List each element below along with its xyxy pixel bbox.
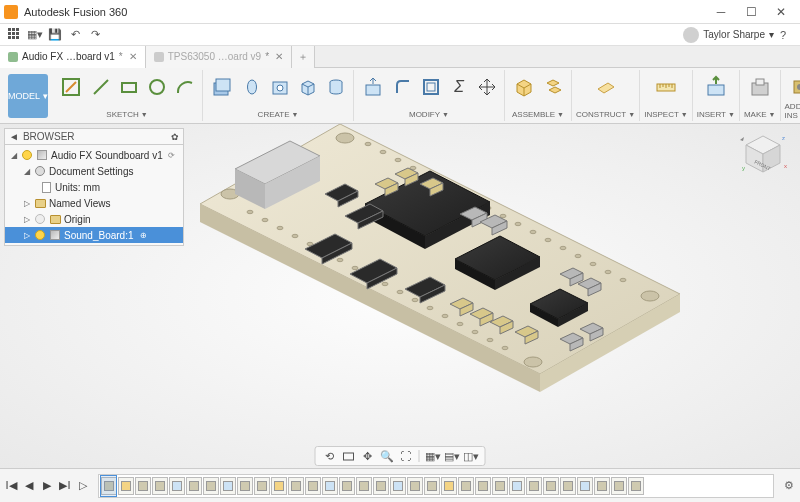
timeline-feature[interactable] xyxy=(305,477,321,495)
fit-button[interactable]: ⛶ xyxy=(398,448,414,464)
timeline-feature[interactable] xyxy=(339,477,355,495)
addins-button[interactable] xyxy=(785,72,800,102)
timeline-feature[interactable] xyxy=(628,477,644,495)
timeline-feature[interactable] xyxy=(152,477,168,495)
window-maximize-button[interactable]: ☐ xyxy=(736,1,766,23)
timeline-feature[interactable] xyxy=(441,477,457,495)
make-button[interactable] xyxy=(745,72,775,102)
timeline-feature[interactable] xyxy=(492,477,508,495)
file-menu-button[interactable]: ▦▾ xyxy=(26,27,44,43)
timeline-feature[interactable] xyxy=(611,477,627,495)
timeline-feature[interactable] xyxy=(475,477,491,495)
timeline-feature[interactable] xyxy=(424,477,440,495)
revolve-button[interactable] xyxy=(239,74,265,100)
close-tab-button[interactable]: ✕ xyxy=(275,51,283,62)
timeline-feature[interactable] xyxy=(509,477,525,495)
timeline-feature[interactable] xyxy=(118,477,134,495)
timeline-feature[interactable] xyxy=(594,477,610,495)
press-pull-button[interactable] xyxy=(358,72,388,102)
new-component-button[interactable] xyxy=(509,72,539,102)
display-settings-button[interactable]: ▦▾ xyxy=(425,448,441,464)
measure-button[interactable] xyxy=(651,72,681,102)
grid-settings-button[interactable]: ▤▾ xyxy=(444,448,460,464)
lightbulb-off-icon[interactable] xyxy=(35,214,45,224)
timeline-feature[interactable] xyxy=(169,477,185,495)
save-button[interactable]: 💾 xyxy=(46,27,64,43)
redo-button[interactable]: ↷ xyxy=(86,27,104,43)
timeline-feature[interactable] xyxy=(390,477,406,495)
tree-node-component-selected[interactable]: ▷ Sound_Board:1 ⊕ xyxy=(5,227,183,243)
help-button[interactable]: ? xyxy=(774,27,792,43)
box-button[interactable] xyxy=(295,74,321,100)
circle-tool-button[interactable] xyxy=(144,74,170,100)
tree-node-origin[interactable]: ▷ Origin xyxy=(5,211,183,227)
workspace-switcher[interactable]: MODEL▾ xyxy=(8,74,48,118)
hole-button[interactable] xyxy=(267,74,293,100)
disclosure-triangle[interactable]: ▷ xyxy=(22,215,31,224)
timeline-feature[interactable] xyxy=(577,477,593,495)
rectangle-tool-button[interactable] xyxy=(116,74,142,100)
timeline-end-button[interactable]: ▶I xyxy=(56,477,74,495)
tree-node-units[interactable]: Units: mm xyxy=(5,179,183,195)
timeline-feature[interactable] xyxy=(407,477,423,495)
timeline-back-button[interactable]: ◀ xyxy=(20,477,38,495)
timeline-track[interactable] xyxy=(98,474,774,498)
zoom-button[interactable]: 🔍 xyxy=(379,448,395,464)
lightbulb-icon[interactable] xyxy=(35,230,45,240)
arc-tool-button[interactable] xyxy=(172,74,198,100)
viewport-layouts-button[interactable]: ◫▾ xyxy=(463,448,479,464)
collapse-browser-button[interactable]: ◄ xyxy=(9,131,19,142)
move-button[interactable] xyxy=(474,74,500,100)
pan-button[interactable]: ✥ xyxy=(360,448,376,464)
tree-root[interactable]: ◢ Audio FX Soundboard v1 ⟳ xyxy=(5,147,183,163)
timeline-feature[interactable] xyxy=(322,477,338,495)
extrude-button[interactable] xyxy=(207,72,237,102)
timeline-feature[interactable] xyxy=(560,477,576,495)
insert-button[interactable] xyxy=(701,72,731,102)
user-menu[interactable]: Taylor Sharpe ▾ xyxy=(683,27,774,43)
timeline-settings-button[interactable]: ⚙ xyxy=(780,477,798,495)
lightbulb-icon[interactable] xyxy=(22,150,32,160)
construct-plane-button[interactable] xyxy=(591,72,621,102)
window-minimize-button[interactable]: ─ xyxy=(706,1,736,23)
timeline-play-button[interactable]: ▷ xyxy=(74,477,92,495)
timeline-feature[interactable] xyxy=(288,477,304,495)
view-cube[interactable]: FRONT z x y xyxy=(738,130,788,180)
timeline-start-button[interactable]: I◀ xyxy=(2,477,20,495)
undo-button[interactable]: ↶ xyxy=(66,27,84,43)
timeline-forward-button[interactable]: ▶ xyxy=(38,477,56,495)
shell-button[interactable] xyxy=(418,74,444,100)
timeline-feature[interactable] xyxy=(254,477,270,495)
tree-node-named-views[interactable]: ▷ Named Views xyxy=(5,195,183,211)
joint-button[interactable] xyxy=(541,74,567,100)
line-tool-button[interactable] xyxy=(88,74,114,100)
look-at-button[interactable] xyxy=(341,448,357,464)
orbit-button[interactable]: ⟲ xyxy=(322,448,338,464)
new-document-button[interactable]: ＋ xyxy=(292,46,315,68)
data-panel-button[interactable] xyxy=(6,27,24,43)
timeline-feature[interactable] xyxy=(526,477,542,495)
timeline-feature[interactable] xyxy=(237,477,253,495)
timeline-feature[interactable] xyxy=(186,477,202,495)
document-tab-active[interactable]: Audio FX …board v1* ✕ xyxy=(0,46,146,68)
timeline-feature[interactable] xyxy=(135,477,151,495)
document-tab[interactable]: TPS63050 …oard v9* ✕ xyxy=(146,46,292,68)
disclosure-triangle[interactable]: ◢ xyxy=(9,151,18,160)
tree-node-document-settings[interactable]: ◢ Document Settings xyxy=(5,163,183,179)
fillet-button[interactable] xyxy=(390,74,416,100)
timeline-feature[interactable] xyxy=(356,477,372,495)
create-sketch-button[interactable] xyxy=(56,72,86,102)
timeline-feature[interactable] xyxy=(203,477,219,495)
timeline-feature[interactable] xyxy=(271,477,287,495)
cylinder-button[interactable] xyxy=(323,74,349,100)
disclosure-triangle[interactable]: ▷ xyxy=(22,199,31,208)
timeline-feature[interactable] xyxy=(220,477,236,495)
parameters-button[interactable]: Σ xyxy=(446,74,472,100)
close-tab-button[interactable]: ✕ xyxy=(129,51,137,62)
timeline-feature[interactable] xyxy=(373,477,389,495)
browser-options-button[interactable]: ✿ xyxy=(171,132,179,142)
timeline-feature[interactable] xyxy=(458,477,474,495)
timeline-feature[interactable] xyxy=(543,477,559,495)
disclosure-triangle[interactable]: ◢ xyxy=(22,167,31,176)
window-close-button[interactable]: ✕ xyxy=(766,1,796,23)
